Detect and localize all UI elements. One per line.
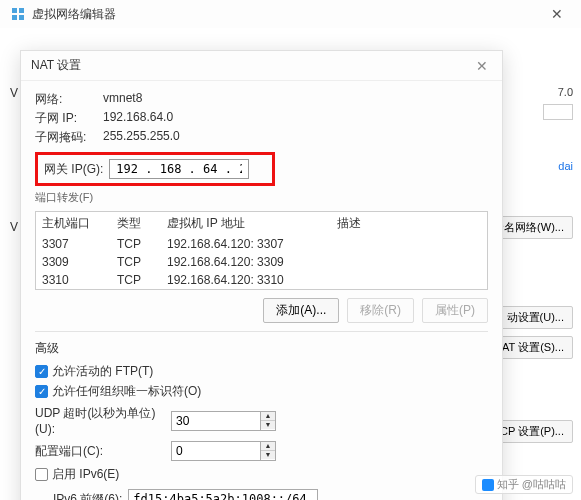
org-checkbox-row[interactable]: ✓ 允许任何组织唯一标识符(O) <box>35 383 488 400</box>
bg-dhcp-button[interactable]: 动设置(U)... <box>498 306 573 329</box>
udp-timeout-row: UDP 超时(以秒为单位)(U): ▲▼ <box>35 405 488 436</box>
table-row[interactable]: 3307 TCP 192.168.64.120: 3307 <box>36 235 487 253</box>
svg-rect-1 <box>19 8 24 13</box>
udp-timeout-label: UDP 超时(以秒为单位)(U): <box>35 405 165 436</box>
watermark-text: 知乎 @咕咕咕 <box>497 477 566 492</box>
outer-window-title: 虚拟网络编辑器 <box>32 6 543 23</box>
svg-rect-3 <box>19 15 24 20</box>
config-port-input[interactable] <box>171 441 261 461</box>
udp-spinner[interactable]: ▲▼ <box>261 411 276 431</box>
table-row[interactable]: 3310 TCP 192.168.64.120: 3310 <box>36 271 487 289</box>
org-label: 允许任何组织唯一标识符(O) <box>52 383 201 400</box>
dialog-close-button[interactable]: ✕ <box>472 58 492 74</box>
subnet-ip-label: 子网 IP: <box>35 110 103 127</box>
subnet-mask-value: 255.255.255.0 <box>103 129 180 146</box>
spin-up-icon[interactable]: ▲ <box>261 412 275 421</box>
outer-titlebar: 虚拟网络编辑器 ✕ <box>0 0 581 28</box>
svg-rect-0 <box>12 8 17 13</box>
ipv6-enable-label: 启用 IPv6(E) <box>52 466 119 483</box>
network-value: vmnet8 <box>103 91 142 108</box>
app-icon <box>10 6 26 22</box>
port-forward-label: 端口转发(F) <box>35 190 488 205</box>
udp-timeout-field: ▲▼ <box>171 411 276 431</box>
ftp-checkbox-row[interactable]: ✓ 允许活动的 FTP(T) <box>35 363 488 380</box>
dialog-titlebar: NAT 设置 ✕ <box>21 51 502 81</box>
col-vm-header: 虚拟机 IP 地址 <box>167 215 337 232</box>
ipv6-prefix-input[interactable] <box>128 489 318 500</box>
dialog-body: 网络: vmnet8 子网 IP: 192.168.64.0 子网掩码: 255… <box>21 81 502 500</box>
col-host-header: 主机端口 <box>42 215 117 232</box>
subnet-mask-label: 子网掩码: <box>35 129 103 146</box>
bg-input-fragment <box>543 104 573 120</box>
svg-rect-2 <box>12 15 17 20</box>
ipv6-checkbox[interactable] <box>35 468 48 481</box>
config-port-field: ▲▼ <box>171 441 276 461</box>
port-forward-table: 主机端口 类型 虚拟机 IP 地址 描述 3307 TCP 192.168.64… <box>35 211 488 290</box>
ftp-label: 允许活动的 FTP(T) <box>52 363 153 380</box>
properties-button[interactable]: 属性(P) <box>422 298 488 323</box>
dialog-title: NAT 设置 <box>31 57 472 74</box>
bg-letter-2: V <box>10 220 18 234</box>
ipv6-prefix-row: IPv6 前缀(6): <box>53 489 488 500</box>
spin-up-icon[interactable]: ▲ <box>261 442 275 451</box>
subnet-ip-value: 192.168.64.0 <box>103 110 173 127</box>
udp-timeout-input[interactable] <box>171 411 261 431</box>
outer-close-button[interactable]: ✕ <box>543 6 571 22</box>
ftp-checkbox[interactable]: ✓ <box>35 365 48 378</box>
zhihu-icon <box>482 479 494 491</box>
table-header: 主机端口 类型 虚拟机 IP 地址 描述 <box>36 212 487 235</box>
table-row[interactable]: 3309 TCP 192.168.64.120: 3309 <box>36 253 487 271</box>
watermark: 知乎 @咕咕咕 <box>475 475 573 494</box>
network-label: 网络: <box>35 91 103 108</box>
cfg-spinner[interactable]: ▲▼ <box>261 441 276 461</box>
nat-settings-dialog: NAT 设置 ✕ 网络: vmnet8 子网 IP: 192.168.64.0 … <box>20 50 503 500</box>
ipv6-checkbox-row[interactable]: 启用 IPv6(E) <box>35 466 488 483</box>
bg-ip-fragment: 7.0 <box>558 86 573 98</box>
spin-down-icon[interactable]: ▼ <box>261 421 275 429</box>
remove-button[interactable]: 移除(R) <box>347 298 414 323</box>
bg-dai-fragment: dai <box>558 160 573 172</box>
add-button[interactable]: 添加(A)... <box>263 298 339 323</box>
col-desc-header: 描述 <box>337 215 481 232</box>
gateway-highlight-box: 网关 IP(G): <box>35 152 275 186</box>
advanced-title: 高级 <box>35 340 488 357</box>
bg-cp-button[interactable]: CP 设置(P)... <box>491 420 573 443</box>
spin-down-icon[interactable]: ▼ <box>261 451 275 459</box>
separator <box>35 331 488 332</box>
config-port-label: 配置端口(C): <box>35 443 165 460</box>
network-row: 网络: vmnet8 <box>35 91 488 108</box>
table-buttons: 添加(A)... 移除(R) 属性(P) <box>35 298 488 323</box>
gateway-label: 网关 IP(G): <box>44 161 103 178</box>
subnet-mask-row: 子网掩码: 255.255.255.0 <box>35 129 488 146</box>
org-checkbox[interactable]: ✓ <box>35 385 48 398</box>
config-port-row: 配置端口(C): ▲▼ <box>35 441 488 461</box>
gateway-input[interactable] <box>109 159 249 179</box>
col-type-header: 类型 <box>117 215 167 232</box>
subnet-ip-row: 子网 IP: 192.168.64.0 <box>35 110 488 127</box>
bg-letter: V <box>10 86 18 100</box>
ipv6-prefix-label: IPv6 前缀(6): <box>53 491 122 501</box>
